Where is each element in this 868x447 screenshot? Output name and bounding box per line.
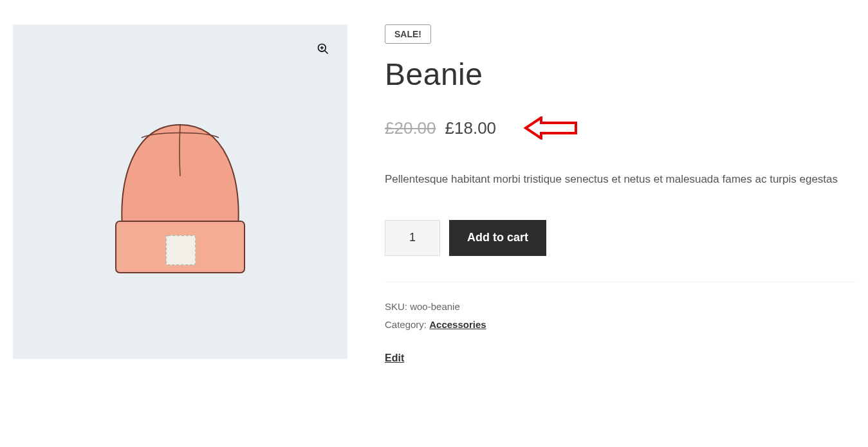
svg-line-1 — [325, 51, 328, 54]
category-link[interactable]: Accessories — [429, 319, 486, 330]
category-row: Category: Accessories — [385, 316, 855, 334]
product-meta: SKU: woo-beanie Category: Accessories Ed… — [385, 298, 855, 368]
price-original: £20.00 — [385, 118, 436, 138]
category-label: Category: — [385, 319, 429, 330]
add-to-cart-form: Add to cart — [385, 220, 855, 282]
price-row: £20.00 £18.00 — [385, 116, 855, 140]
sku-value: woo-beanie — [410, 301, 460, 312]
sku-label: SKU: — [385, 301, 410, 312]
sale-badge: SALE! — [385, 24, 431, 44]
annotation-arrow-icon — [523, 116, 578, 140]
price-sale: £18.00 — [445, 118, 497, 138]
edit-link[interactable]: Edit — [385, 349, 404, 368]
svg-rect-5 — [166, 235, 196, 265]
product-description: Pellentesque habitant morbi tristique se… — [385, 170, 848, 189]
zoom-in-icon[interactable] — [311, 37, 335, 60]
sku-row: SKU: woo-beanie — [385, 298, 855, 316]
product-image — [97, 99, 264, 292]
add-to-cart-button[interactable]: Add to cart — [449, 220, 546, 256]
product-title: Beanie — [385, 57, 855, 92]
product-image-panel — [13, 24, 347, 359]
product-info-panel: SALE! Beanie £20.00 £18.00 Pellentesque … — [385, 24, 855, 368]
product-container: SALE! Beanie £20.00 £18.00 Pellentesque … — [13, 24, 855, 368]
quantity-input[interactable] — [385, 220, 440, 256]
